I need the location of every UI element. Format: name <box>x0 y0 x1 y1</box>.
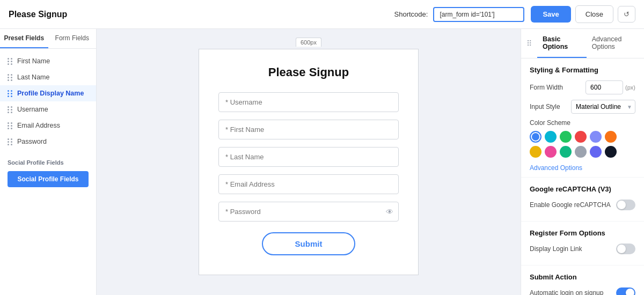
recaptcha-toggle[interactable] <box>616 200 635 210</box>
social-section-label: Social Profile Fields <box>0 154 96 168</box>
color-black[interactable] <box>605 146 617 158</box>
username-input[interactable] <box>218 92 399 112</box>
input-style-row: Input Style Material Outline Classic Fla… <box>530 100 635 114</box>
app-header: Please Signup Shortcode: Save Close ↺ <box>0 0 644 29</box>
recaptcha-section: Google reCAPTCHA (V3) Enable Google reCA… <box>521 178 644 222</box>
list-item[interactable]: First Name <box>0 53 96 69</box>
list-item-profile-display[interactable]: Profile Display Name <box>0 85 96 101</box>
password-input[interactable] <box>218 202 399 222</box>
tab-form-fields[interactable]: Form Fields <box>48 29 97 48</box>
color-pink[interactable] <box>545 146 557 158</box>
styling-section: Styling & Formatting Form Width (px) Inp… <box>521 58 644 178</box>
left-sidebar: Preset Fields Form Fields First Name Las… <box>0 29 97 295</box>
submit-button[interactable]: Submit <box>262 232 356 255</box>
shortcode-label: Shortcode: <box>394 10 428 18</box>
field-label: Password <box>17 138 47 145</box>
auto-login-toggle[interactable] <box>616 287 635 295</box>
width-indicator: 600px <box>296 38 321 47</box>
form-field-firstname <box>218 120 399 139</box>
color-yellow[interactable] <box>530 146 541 158</box>
preset-field-list: First Name Last Name Profile Display Nam… <box>0 49 96 154</box>
form-field-lastname <box>218 147 399 167</box>
register-form-title: Register Form Options <box>530 229 635 237</box>
drag-icon <box>8 122 13 129</box>
main-layout: Preset Fields Form Fields First Name Las… <box>0 29 644 295</box>
panel-tabs: ⠿ Basic Options Advanced Options <box>521 29 644 58</box>
tab-basic-options[interactable]: Basic Options <box>537 29 587 58</box>
form-width-unit: (px) <box>625 84 635 91</box>
password-input-wrap: 👁 <box>218 202 399 222</box>
shortcode-input[interactable] <box>433 7 524 22</box>
recaptcha-title: Google reCAPTCHA (V3) <box>530 185 635 193</box>
field-label: Profile Display Name <box>17 90 84 97</box>
reset-icon: ↺ <box>624 10 630 18</box>
grid-icon: ⠿ <box>521 34 537 53</box>
form-width-control: (px) <box>586 80 635 94</box>
form-preview-area: 600px Please Signup <box>97 29 521 295</box>
social-profile-fields-button[interactable]: Social Profile Fields <box>8 171 89 187</box>
color-blue[interactable] <box>530 131 541 143</box>
color-emerald[interactable] <box>560 146 572 158</box>
toggle-knob <box>626 289 634 295</box>
color-indigo[interactable] <box>590 131 602 143</box>
field-label: Email Address <box>17 122 60 129</box>
drag-icon <box>8 74 13 81</box>
auto-login-label: Automatic login on signup <box>530 289 603 295</box>
lastname-input[interactable] <box>218 147 399 167</box>
list-item[interactable]: Email Address <box>0 117 96 134</box>
color-violet[interactable] <box>590 146 602 158</box>
toggle-knob <box>617 201 626 209</box>
submit-action-title: Submit Action <box>530 273 635 281</box>
color-orange[interactable] <box>605 131 617 143</box>
email-input[interactable] <box>218 174 399 194</box>
drag-icon <box>8 90 13 97</box>
color-red[interactable] <box>575 131 587 143</box>
recaptcha-label: Enable Google reCAPTCHA <box>530 201 611 209</box>
color-grid <box>530 131 635 158</box>
form-field-password: 👁 <box>218 202 399 222</box>
eye-icon[interactable]: 👁 <box>386 208 393 216</box>
color-gray[interactable] <box>575 146 587 158</box>
submit-action-section: Submit Action Automatic login on signup <box>521 266 644 295</box>
toggle-knob <box>617 245 626 253</box>
input-style-select[interactable]: Material Outline Classic Flat Bordered <box>571 100 635 114</box>
tab-preset-fields[interactable]: Preset Fields <box>0 29 48 48</box>
drag-icon <box>8 58 13 65</box>
shortcode-area: Shortcode: <box>394 7 525 22</box>
save-button[interactable]: Save <box>531 6 570 23</box>
right-panel: ⠿ Basic Options Advanced Options Styling… <box>521 29 644 295</box>
firstname-input[interactable] <box>218 120 399 139</box>
input-style-label: Input Style <box>530 103 560 110</box>
form-field-username <box>218 92 399 112</box>
color-cyan[interactable] <box>545 131 557 143</box>
drag-icon <box>8 138 13 145</box>
color-scheme-label: Color Scheme <box>530 119 635 127</box>
form-width-input[interactable] <box>586 80 623 94</box>
close-button[interactable]: Close <box>575 5 613 23</box>
drag-icon <box>8 106 13 113</box>
form-width-row: Form Width (px) <box>530 80 635 94</box>
field-label: Last Name <box>17 73 49 81</box>
form-card: Please Signup 👁 <box>199 49 419 275</box>
auto-login-row: Automatic login on signup <box>530 287 635 295</box>
input-style-select-wrap: Material Outline Classic Flat Bordered ▼ <box>571 100 635 114</box>
sidebar-tabs: Preset Fields Form Fields <box>0 29 96 49</box>
field-label: First Name <box>17 57 50 65</box>
display-login-toggle[interactable] <box>616 244 635 254</box>
list-item[interactable]: Username <box>0 101 96 117</box>
reset-button[interactable]: ↺ <box>618 6 635 23</box>
recaptcha-row: Enable Google reCAPTCHA <box>530 200 635 210</box>
form-preview-title: Please Signup <box>218 65 399 79</box>
list-item[interactable]: Last Name <box>0 69 96 85</box>
tab-advanced-options[interactable]: Advanced Options <box>587 29 644 58</box>
form-width-label: Form Width <box>530 84 563 91</box>
form-submit-wrap: Submit <box>218 232 399 255</box>
color-green[interactable] <box>560 131 572 143</box>
list-item[interactable]: Password <box>0 134 96 150</box>
form-field-email <box>218 174 399 194</box>
display-login-row: Display Login Link <box>530 244 635 254</box>
display-login-label: Display Login Link <box>530 245 582 253</box>
styling-title: Styling & Formatting <box>530 66 635 74</box>
advanced-options-link[interactable]: Advanced Options <box>530 164 582 172</box>
field-label: Username <box>17 106 48 113</box>
